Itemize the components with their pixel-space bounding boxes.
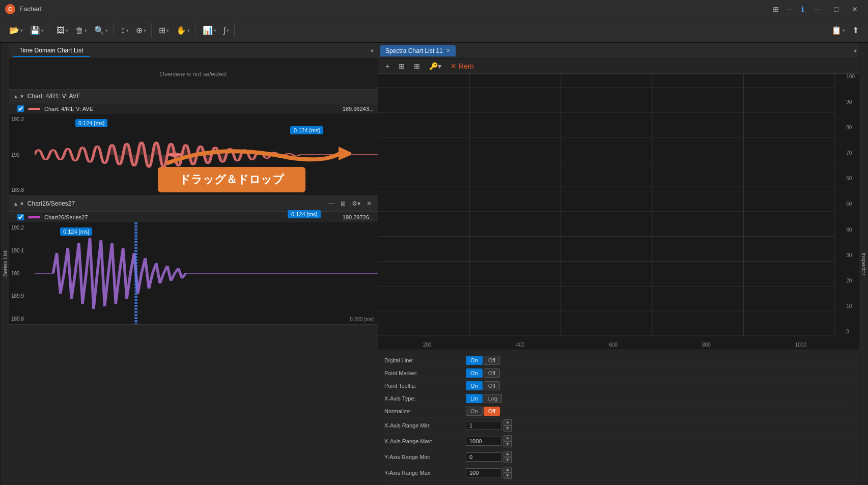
collapse-up-2[interactable]: ▲	[13, 201, 18, 207]
app-icon-letter: C	[8, 6, 12, 12]
prop-label-point-tooltip: Point Tooltip:	[384, 383, 466, 389]
chart-series-row-1: Chart: 4/R1: V: AVE 189.96243...	[9, 103, 378, 114]
paste-chart-btn[interactable]: ⊞	[411, 61, 423, 71]
prop-input-yaxis-min: ▲ ▼	[466, 451, 512, 463]
remove-btn[interactable]: ✕ Rem	[447, 61, 477, 71]
minimize-chart-btn[interactable]: —	[326, 199, 337, 208]
inspector-tab[interactable]: Inspector	[859, 43, 868, 485]
pin-icon[interactable]: ⊞	[773, 5, 779, 13]
toolbar-group-chart: 📊 ▾ ∫ ▾	[198, 23, 235, 37]
delete-image-button[interactable]: 🗑 ▾	[72, 24, 90, 37]
zoom-button[interactable]: 🔍 ▾	[91, 23, 111, 37]
yaxis-min-down[interactable]: ▼	[503, 457, 512, 463]
open-icon: 📂	[9, 25, 19, 35]
point-marker-off-btn[interactable]: Off	[484, 368, 500, 378]
zoom-icon: 🔍	[94, 25, 104, 35]
xaxis-min-up[interactable]: ▲	[503, 419, 512, 425]
tab-dropdown-arrow[interactable]: ▾	[371, 47, 374, 54]
chart-series-row-2: Chart26/Series27 190.29726...	[9, 212, 378, 222]
save-button[interactable]: 💾 ▾	[27, 23, 47, 37]
collapse-up-1[interactable]: ▲	[13, 94, 18, 99]
collapse-buttons-1: ▲ ▼	[13, 94, 24, 99]
titlebar: C Eschart ⊞ ··· ℹ — □ ✕	[0, 0, 868, 18]
save-icon: 💾	[30, 25, 40, 35]
xaxis-min-down[interactable]: ▼	[503, 425, 512, 432]
open-button[interactable]: 📂 ▾	[6, 23, 26, 37]
prop-xaxis-min: X-Axis Range Min: ▲ ▼	[384, 418, 853, 434]
spectra-tab-arrow[interactable]: ▾	[854, 47, 857, 54]
settings-chart-btn[interactable]: ⚙▾	[350, 199, 362, 208]
collapse-down-1[interactable]: ▼	[19, 94, 24, 99]
yaxis-min-up[interactable]: ▲	[503, 451, 512, 457]
app-icon: C	[5, 4, 15, 14]
scale-xy-button[interactable]: ⊕ ▾	[133, 23, 149, 37]
point-tooltip-on-btn[interactable]: On	[466, 381, 483, 390]
scale-y-button[interactable]: ↕ ▾	[118, 23, 132, 38]
more-icon[interactable]: ···	[787, 5, 793, 13]
resize-chart-btn[interactable]: ⊠	[339, 199, 348, 208]
digital-line-off-btn[interactable]: Off	[484, 356, 500, 365]
series-value-1: 189.96243...	[343, 106, 374, 112]
xaxis-max-input[interactable]	[466, 437, 501, 446]
upload-icon: ⬆	[852, 25, 859, 35]
yaxis-min-stepper: ▲ ▼	[503, 451, 512, 463]
pan-button[interactable]: ✋ ▾	[173, 23, 193, 37]
normalize-on-btn[interactable]: On	[466, 407, 483, 416]
prop-label-digital-line: Digital Line:	[384, 357, 466, 363]
xaxis-max-down[interactable]: ▼	[503, 441, 512, 447]
chart-plot-2: 190.2 190.1 190 189.9 189.8 0.200 [ms]	[9, 222, 378, 324]
xaxis-max-up[interactable]: ▲	[503, 435, 512, 441]
prop-toggle-xaxis-type: Lin Log	[466, 394, 502, 403]
point-marker-on-btn[interactable]: On	[466, 368, 483, 378]
series-list-tab[interactable]: Series List	[0, 43, 9, 485]
prop-toggle-point-tooltip: On Off	[466, 381, 500, 390]
yaxis-max-input[interactable]	[466, 468, 501, 477]
key-btn[interactable]: 🔑▾	[426, 61, 444, 71]
collapse-down-2[interactable]: ▼	[19, 201, 24, 207]
yaxis-min-input[interactable]	[466, 452, 501, 462]
digital-line-on-btn[interactable]: On	[466, 356, 483, 365]
chart-type-button[interactable]: 📊 ▾	[200, 23, 219, 37]
export-button[interactable]: 📋 ▾	[828, 23, 848, 37]
normalize-off-btn[interactable]: Off	[484, 407, 500, 416]
toolbar-group-layout: ⊞ ▾ ✋ ▾	[154, 23, 195, 37]
maximize-button[interactable]: □	[829, 3, 844, 15]
formula-icon: ∫	[223, 26, 226, 35]
overview-area: Overview is not selected.	[9, 59, 378, 90]
window-controls: — □ ✕	[809, 3, 863, 15]
formula-button[interactable]: ∫ ▾	[220, 24, 232, 37]
spectra-tab-close[interactable]: ✕	[446, 47, 451, 54]
series-checkbox-1[interactable]	[17, 105, 24, 112]
grid-layout-button[interactable]: ⊞ ▾	[156, 23, 172, 37]
yaxis-max-down[interactable]: ▼	[503, 473, 512, 479]
series-value-2: 190.29726...	[343, 214, 374, 220]
copy-chart-btn[interactable]: ⊞	[396, 61, 408, 71]
prop-yaxis-min: Y-Axis Range Min: ▲ ▼	[384, 449, 853, 465]
series-label-2: Chart26/Series27	[44, 214, 339, 220]
series-checkbox-2[interactable]	[17, 214, 24, 220]
point-tooltip-off-btn[interactable]: Off	[484, 381, 500, 390]
spectra-tab[interactable]: Spectra Chart List 11 ✕	[380, 45, 456, 56]
image-icon: 🖼	[57, 26, 65, 35]
minimize-button[interactable]: —	[809, 3, 826, 15]
time-domain-tab[interactable]: Time Domain Chart List	[13, 45, 90, 57]
upload-button[interactable]: ⬆	[849, 23, 862, 37]
yaxis-max-up[interactable]: ▲	[503, 467, 512, 473]
chart-title-1: Chart: 4/R1: V: AVE	[27, 93, 81, 100]
prop-input-yaxis-max: ▲ ▼	[466, 467, 512, 479]
image-button[interactable]: 🖼 ▾	[53, 24, 71, 37]
info-icon[interactable]: ℹ	[801, 5, 804, 13]
xaxis-log-btn[interactable]: Log	[484, 394, 502, 403]
scale-xy-icon: ⊕	[136, 25, 143, 35]
overview-text: Overview is not selected.	[159, 71, 227, 78]
left-panel-tabbar: Time Domain Chart List ▾	[9, 43, 378, 59]
xaxis-min-input[interactable]	[466, 421, 501, 430]
export-icon: 📋	[831, 25, 842, 35]
main-content: Series List Time Domain Chart List ▾ Ove…	[0, 43, 868, 485]
chart-section: ▲ ▼ Chart: 4/R1: V: AVE Chart: 4/R1: V: …	[9, 90, 378, 485]
add-series-btn[interactable]: +	[382, 61, 393, 71]
plot-y-labels-2: 190.2 190.1 190 189.9 189.8	[9, 222, 35, 324]
xaxis-lin-btn[interactable]: Lin	[466, 394, 483, 403]
close-chart-btn[interactable]: ✕	[365, 199, 374, 208]
close-button[interactable]: ✕	[847, 3, 863, 15]
